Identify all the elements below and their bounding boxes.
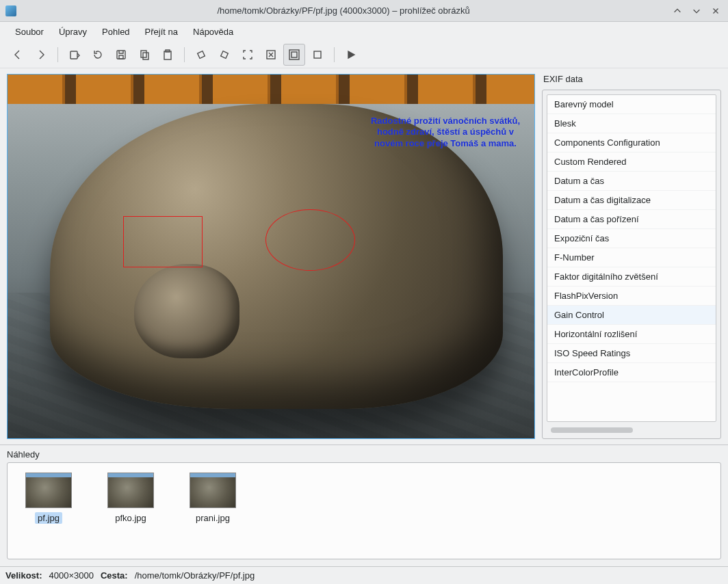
svg-rect-12 [314, 51, 321, 58]
exif-horizontal-scrollbar[interactable] [547, 426, 716, 434]
titlebar: /home/tomk/Obrázky/PF/pf.jpg (4000x3000)… [0, 0, 728, 22]
nav-forward-button[interactable] [30, 44, 52, 66]
thumbnail-image [107, 473, 154, 508]
zoom-actual-button[interactable] [260, 44, 282, 66]
svg-rect-2 [119, 55, 123, 59]
menu-go[interactable]: Přejít na [138, 24, 185, 40]
svg-rect-7 [198, 51, 205, 58]
exif-item[interactable]: FlashPixVersion [547, 287, 716, 306]
svg-rect-8 [221, 51, 229, 58]
exif-item[interactable]: Custom Rendered [547, 152, 716, 172]
status-bar: Velikost: 4000×3000 Cesta: /home/tomk/Ob… [0, 566, 728, 584]
exif-item[interactable]: Horizontální rozlišení [547, 325, 716, 344]
image-overlay-text: Radostné prožití vánočních svátků, hodně… [370, 116, 521, 149]
exif-item[interactable]: Datum a čas [547, 172, 716, 191]
exif-item[interactable]: Components Configuration [547, 133, 716, 152]
exif-item[interactable]: Expoziční čas [547, 229, 716, 248]
thumbnail-label: pfko.jpg [112, 512, 149, 524]
exif-item[interactable]: Barevný model [547, 95, 716, 114]
exif-box: Barevný modelBleskComponents Configurati… [542, 90, 721, 439]
crop-button[interactable] [307, 44, 328, 66]
content-area: Radostné prožití vánočních svátků, hodně… [0, 68, 728, 444]
thumbnails-panel: Náhledy pf.jpgpfko.jpgprani.jpg [0, 444, 728, 566]
maximize-button[interactable] [690, 4, 703, 18]
nav-back-button[interactable] [7, 44, 29, 66]
thumbnail-item[interactable]: pfko.jpg [103, 473, 158, 524]
image-viewer[interactable]: Radostné prožití vánočních svátků, hodně… [7, 74, 535, 439]
thumbnail-item[interactable]: pf.jpg [21, 473, 76, 524]
svg-rect-0 [70, 51, 77, 59]
thumbnail-label: prani.jpg [193, 512, 233, 524]
menu-edit[interactable]: Úpravy [52, 24, 94, 40]
window-title: /home/tomk/Obrázky/PF/pf.jpg (4000x3000)… [22, 5, 665, 16]
menu-file[interactable]: Soubor [8, 24, 51, 40]
exif-item[interactable]: F-Number [547, 248, 716, 267]
thumbnail-item[interactable]: prani.jpg [185, 473, 240, 524]
exif-panel-title: EXIF data [542, 74, 721, 87]
thumbnail-image [190, 473, 236, 508]
zoom-fit-button[interactable] [237, 44, 259, 66]
exif-item[interactable]: Datum a čas digitalizace [547, 191, 716, 210]
thumbnail-image [25, 473, 72, 508]
status-path-label: Cesta: [101, 570, 128, 581]
reload-button[interactable] [87, 44, 109, 66]
exif-item[interactable]: Faktor digitálního zvětšení [547, 267, 716, 287]
exif-list[interactable]: Barevný modelBleskComponents Configurati… [547, 94, 716, 422]
app-icon [5, 5, 16, 16]
svg-rect-1 [117, 51, 125, 59]
open-button[interactable] [64, 44, 86, 66]
zoom-window-button[interactable] [283, 44, 305, 66]
svg-rect-5 [164, 51, 171, 59]
exif-item[interactable]: Blesk [547, 114, 716, 133]
status-size-value: 4000×3000 [49, 570, 93, 581]
exif-item[interactable]: Datum a čas pořízení [547, 210, 716, 229]
toolbar-separator [184, 47, 185, 62]
slideshow-button[interactable] [340, 44, 362, 66]
exif-item[interactable]: ISO Speed Ratings [547, 344, 716, 363]
image-background-strip [8, 75, 534, 104]
svg-rect-4 [143, 53, 148, 59]
copy-button[interactable] [133, 44, 155, 66]
exif-panel: EXIF data Barevný modelBleskComponents C… [542, 74, 721, 439]
menu-help[interactable]: Nápověda [186, 24, 240, 40]
annotation-ellipse [265, 209, 355, 271]
menu-view[interactable]: Pohled [95, 24, 136, 40]
rotate-right-button[interactable] [213, 44, 235, 66]
save-button[interactable] [110, 44, 132, 66]
thumbnails-box: pf.jpgpfko.jpgprani.jpg [7, 462, 721, 559]
paste-button[interactable] [157, 44, 179, 66]
toolbar-separator [334, 47, 335, 62]
exif-item[interactable]: Gain Control [547, 306, 716, 325]
annotation-rectangle [123, 216, 203, 267]
image-subject-head [134, 264, 239, 358]
toolbar [0, 41, 728, 68]
image-content: Radostné prožití vánočních svátků, hodně… [8, 75, 534, 438]
rotate-left-button[interactable] [190, 44, 212, 66]
status-path-value: /home/tomk/Obrázky/PF/pf.jpg [135, 570, 255, 581]
close-button[interactable] [709, 4, 723, 18]
svg-rect-10 [289, 50, 299, 59]
svg-rect-11 [291, 52, 297, 57]
exif-item[interactable]: InterColorProfile [547, 363, 716, 382]
thumbnails-title: Náhledy [7, 449, 721, 460]
svg-rect-3 [141, 51, 146, 57]
menubar: Soubor Úpravy Pohled Přejít na Nápověda [0, 22, 728, 41]
thumbnail-label: pf.jpg [35, 512, 62, 524]
toolbar-separator [57, 47, 58, 62]
status-size-label: Velikost: [5, 570, 42, 581]
minimize-button[interactable] [671, 4, 684, 18]
